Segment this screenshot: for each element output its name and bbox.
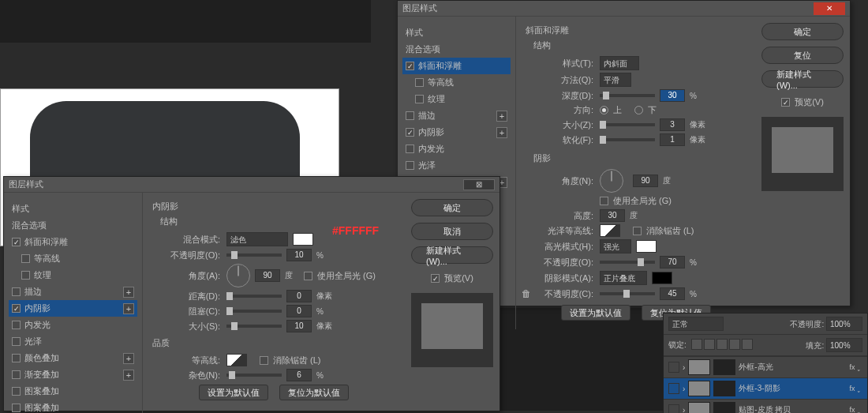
noise-slider[interactable] <box>226 374 282 377</box>
shadow-mode-select[interactable]: 正片叠底 <box>600 271 647 285</box>
style-item-inner-glow[interactable]: 内发光 <box>9 317 137 333</box>
hilite-opacity-slider[interactable] <box>600 261 655 264</box>
style-item-inner-shadow[interactable]: 内阴影+ <box>9 300 137 317</box>
blend-mode-select[interactable]: 滤色 <box>226 232 288 246</box>
checkbox-icon[interactable] <box>406 62 414 70</box>
checkbox-icon[interactable] <box>415 78 424 87</box>
style-item-inner-shadow[interactable]: 内阴影+ <box>402 124 511 141</box>
contour-swatch[interactable] <box>226 354 247 366</box>
hilite-opacity-value[interactable]: 70 <box>660 256 685 268</box>
checkbox-icon[interactable] <box>12 370 21 379</box>
checkbox-icon[interactable] <box>21 271 30 280</box>
checkbox-icon[interactable] <box>12 304 21 313</box>
plus-icon[interactable]: + <box>496 111 507 122</box>
checkbox-icon[interactable] <box>406 161 414 170</box>
style-item-inner-glow[interactable]: 内发光 <box>402 141 511 157</box>
blend-heading[interactable]: 混合选项 <box>402 41 511 58</box>
gloss-contour-swatch[interactable] <box>600 224 620 237</box>
lock-icons[interactable] <box>691 339 754 351</box>
style-item-pattern-overlay-2[interactable]: 图案叠加 <box>9 400 137 413</box>
shadow-opacity-value[interactable]: 45 <box>660 287 685 300</box>
style-item-gradient-overlay[interactable]: 渐变叠加+ <box>9 366 137 383</box>
soften-slider[interactable] <box>600 138 655 141</box>
angle-value[interactable]: 90 <box>255 269 280 282</box>
depth-value[interactable]: 30 <box>660 89 685 102</box>
new-style-button[interactable]: 新建样式(W)... <box>411 246 493 264</box>
make-default-button[interactable]: 设置为默认值 <box>199 385 268 400</box>
shadow-opacity-slider[interactable] <box>600 292 655 295</box>
distance-slider[interactable] <box>226 295 282 298</box>
reset-button[interactable]: 复位 <box>761 47 844 64</box>
layer-row[interactable]: ›贴图-皮质 拷贝fx ˬ <box>664 399 867 413</box>
ok-button[interactable]: 确定 <box>411 199 493 216</box>
fill-select[interactable]: 100% <box>826 338 862 352</box>
blend-heading[interactable]: 混合选项 <box>9 217 137 234</box>
checkbox-icon[interactable] <box>12 404 21 412</box>
opacity-value[interactable]: 10 <box>286 249 312 261</box>
layer-blend-select[interactable]: 正常 <box>668 317 724 331</box>
make-default-button[interactable]: 设置为默认值 <box>561 305 630 321</box>
trash-icon[interactable]: 🗑 <box>519 287 533 301</box>
checkbox-icon[interactable] <box>406 145 414 153</box>
style-item-color-overlay[interactable]: 颜色叠加+ <box>9 350 137 366</box>
opacity-slider[interactable] <box>226 253 282 257</box>
hilite-color-swatch[interactable] <box>636 240 657 253</box>
plus-icon[interactable]: + <box>123 303 134 314</box>
noise-value[interactable]: 6 <box>286 369 312 381</box>
plus-icon[interactable]: + <box>123 287 134 298</box>
plus-icon[interactable]: + <box>123 370 134 381</box>
visibility-icon[interactable] <box>668 383 679 394</box>
style-item-stroke[interactable]: 描边+ <box>402 107 511 124</box>
titlebar[interactable]: 图层样式 ✕ <box>398 1 850 17</box>
layer-opacity-select[interactable]: 100% <box>826 317 862 331</box>
distance-value[interactable]: 0 <box>286 290 312 302</box>
reset-default-button[interactable]: 复位为默认值 <box>279 385 349 400</box>
size-slider[interactable] <box>226 325 282 328</box>
global-light-checkbox[interactable] <box>304 272 312 280</box>
preview-checkbox[interactable] <box>781 98 790 107</box>
ok-button[interactable]: 确定 <box>761 23 844 40</box>
radio-down[interactable] <box>634 106 643 115</box>
size-slider[interactable] <box>600 123 655 126</box>
size-value[interactable]: 3 <box>660 118 685 131</box>
checkbox-icon[interactable] <box>12 321 21 329</box>
plus-icon[interactable]: + <box>123 353 134 364</box>
style-item-texture[interactable]: 纹理 <box>9 267 137 283</box>
depth-slider[interactable] <box>600 94 655 97</box>
angle-value[interactable]: 90 <box>633 175 658 187</box>
style-item-bevel[interactable]: 斜面和浮雕 <box>402 58 511 74</box>
cancel-button[interactable]: 取消 <box>411 223 493 240</box>
checkbox-icon[interactable] <box>12 354 21 362</box>
soften-value[interactable]: 1 <box>660 133 685 146</box>
close-icon[interactable]: ✕ <box>814 2 845 15</box>
fx-badge[interactable]: fx ˬ <box>847 363 862 371</box>
checkbox-icon[interactable] <box>406 111 414 120</box>
style-item-pattern-overlay[interactable]: 图案叠加 <box>9 383 137 400</box>
titlebar[interactable]: 图层样式 ⊠ <box>4 177 499 193</box>
angle-dial[interactable] <box>600 169 623 193</box>
antialias-checkbox[interactable] <box>633 227 642 235</box>
preview-checkbox[interactable] <box>431 274 440 283</box>
shadow-color-swatch[interactable] <box>652 272 672 284</box>
checkbox-icon[interactable] <box>12 387 21 396</box>
checkbox-icon[interactable] <box>12 238 21 246</box>
new-style-button[interactable]: 新建样式(W)... <box>761 70 844 88</box>
style-item-bevel[interactable]: 斜面和浮雕 <box>9 234 137 250</box>
style-item-satin[interactable]: 光泽 <box>402 157 511 174</box>
style-item-contour[interactable]: 等高线 <box>402 74 511 91</box>
choke-value[interactable]: 0 <box>286 305 312 317</box>
fx-badge[interactable]: fx ˬ <box>847 385 862 392</box>
style-select[interactable]: 内斜面 <box>600 56 639 70</box>
style-item-texture[interactable]: 纹理 <box>402 91 511 107</box>
checkbox-icon[interactable] <box>21 254 30 263</box>
technique-select[interactable]: 平滑 <box>600 73 631 87</box>
visibility-icon[interactable] <box>668 404 679 413</box>
altitude-value[interactable]: 30 <box>600 209 625 222</box>
choke-slider[interactable] <box>226 310 282 313</box>
hilite-mode-select[interactable]: 强光 <box>600 239 631 253</box>
angle-dial[interactable] <box>226 264 250 287</box>
layer-row[interactable]: ›外框-高光fx ˬ <box>664 356 867 377</box>
plus-icon[interactable]: + <box>496 127 507 138</box>
visibility-icon[interactable] <box>668 362 679 373</box>
color-swatch[interactable] <box>293 233 313 246</box>
